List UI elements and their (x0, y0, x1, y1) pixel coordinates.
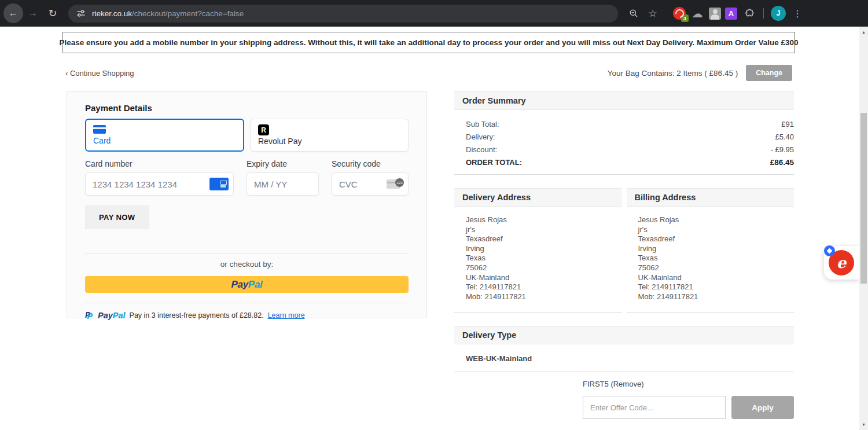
continue-shopping-link[interactable]: ‹ Continue Shopping (65, 69, 134, 78)
address-line: 75062 (638, 263, 795, 273)
cloud-icon: ☁ (692, 7, 703, 20)
forward-button[interactable]: → (23, 3, 43, 23)
cvc-card-icon: 123 (387, 178, 404, 189)
delivery-type-title: Delivery Type (454, 326, 794, 344)
browser-toolbar: ← → ↻ rieker.co.uk/checkout/payment?cach… (0, 0, 868, 27)
reload-button[interactable]: ↻ (43, 3, 62, 23)
kebab-menu-icon: ⋮ (793, 8, 802, 19)
or-checkout-text: or checkout by: (85, 260, 409, 269)
shipping-notice-banner: Please ensure you add a mobile number in… (62, 32, 795, 53)
order-summary-body: Sub Total: £91 Delivery: £5.40 Discount:… (454, 110, 794, 175)
bag-summary-text: Your Bag Contains: 2 Items ( £86.45 ) (608, 69, 738, 78)
profile-avatar[interactable]: J (771, 6, 786, 21)
address-line: Tel: 2149117821 (466, 282, 622, 292)
cloud-extension-icon[interactable]: ☁ (690, 6, 705, 21)
bookmark-button[interactable]: ☆ (645, 6, 660, 21)
scroll-up-button[interactable]: ▲ (859, 28, 868, 36)
pay-in-3-text: Pay in 3 interest-free payments of £28.8… (130, 311, 264, 319)
apply-offer-button[interactable]: Apply (731, 396, 794, 419)
billing-address-title: Billing Address (627, 188, 795, 207)
address-line: Jesus Rojas (466, 215, 622, 225)
address-line: Tel: 2149117821 (638, 282, 795, 292)
card-number-label: Card number (85, 159, 234, 168)
page-scrollbar[interactable]: ▲ ▼ (859, 27, 868, 430)
address-line: Mob: 2149117821 (466, 292, 622, 302)
a-extension-letter: A (729, 9, 734, 18)
url-text: rieker.co.uk/checkout/payment?cache=fals… (92, 9, 244, 18)
order-summary-section: Order Summary Sub Total: £91 Delivery: £… (454, 91, 794, 175)
order-summary-column: Order Summary Sub Total: £91 Delivery: £… (454, 91, 794, 419)
paypal-wordmark: PayPal (98, 311, 126, 320)
coupon-assistant-widget[interactable]: e (824, 246, 859, 280)
address-bar[interactable]: rieker.co.uk/checkout/payment?cache=fals… (68, 5, 618, 23)
a-extension-icon[interactable]: A (725, 8, 737, 20)
coupon-tag-badge-icon (824, 245, 835, 256)
security-code-label: Security code (332, 159, 409, 168)
summary-label: Discount: (454, 145, 497, 154)
address-line: UK-Mainland (638, 273, 795, 283)
summary-value: £86.45 (770, 158, 794, 167)
security-code-field: Security code 123 (332, 159, 409, 196)
address-line: Irving (638, 244, 795, 254)
avatar-letter: J (777, 9, 781, 17)
summary-row-discount: Discount: - £9.95 (454, 143, 794, 156)
address-line: UK-Mainland (466, 273, 622, 283)
cvc-digits: 123 (395, 178, 404, 187)
payment-method-revolut-tab[interactable]: R Revolut Pay (251, 119, 409, 152)
pay-now-button[interactable]: PAY NOW (85, 205, 149, 229)
reload-icon: ↻ (48, 7, 57, 20)
scroll-down-button[interactable]: ▼ (859, 420, 868, 429)
adblock-extension-icon[interactable]: 3 (673, 7, 686, 20)
scroll-down-icon: ▼ (862, 422, 866, 427)
profile-extension-icon[interactable] (709, 8, 721, 20)
paypal-monogram-icon: PP (85, 310, 94, 320)
address-line: Texasdreef (638, 234, 795, 244)
zoom-out-icon (629, 9, 638, 18)
delivery-address-lines: Jesus Rojas jr's Texasdreef Irving Texas… (454, 207, 622, 313)
bag-summary-row: Your Bag Contains: 2 Items ( £86.45 ) Ch… (608, 65, 792, 81)
back-button[interactable]: ← (3, 3, 23, 23)
scrollbar-thumb[interactable] (860, 113, 867, 284)
url-path: /checkout/payment?cache=false (132, 9, 244, 18)
chrome-menu-button[interactable]: ⋮ (790, 6, 805, 21)
address-line: Texasdreef (466, 234, 622, 244)
summary-value: £5.40 (775, 133, 794, 141)
address-line: jr's (466, 225, 622, 235)
expiry-input[interactable] (247, 172, 319, 196)
extension-badge: 3 (681, 14, 689, 22)
applied-offer-text[interactable]: FIRST5 (Remove) (583, 380, 794, 388)
card-number-field: Card number (85, 159, 234, 196)
delivery-type-section: Delivery Type WEB-UK-Mainland (454, 326, 794, 372)
checkout-subheader: ‹ Continue Shopping Your Bag Contains: 2… (65, 64, 792, 82)
learn-more-link[interactable]: Learn more (268, 311, 305, 319)
back-icon: ← (9, 8, 19, 19)
credit-card-icon (93, 125, 106, 134)
summary-label: Sub Total: (454, 120, 499, 128)
address-line: Mob: 2149117821 (638, 292, 795, 302)
scroll-up-icon: ▲ (862, 30, 866, 34)
offer-code-input[interactable] (583, 396, 726, 419)
address-line: Texas (466, 253, 622, 263)
addresses-section: Delivery Address Jesus Rojas jr's Texasd… (454, 188, 794, 313)
paypal-pay-in-3-row: PP PayPal Pay in 3 interest-free payment… (85, 310, 409, 320)
delivery-address-block: Delivery Address Jesus Rojas jr's Texasd… (454, 188, 622, 313)
zoom-out-button[interactable] (626, 6, 641, 21)
url-domain: rieker.co.uk (92, 9, 132, 18)
expiry-field: Expiry date (247, 159, 319, 196)
toolbar-separator (763, 8, 764, 19)
panel-divider-2 (85, 303, 409, 303)
payment-details-panel: Payment Details Card R Revolut Pay Card … (67, 91, 427, 318)
expiry-label: Expiry date (247, 159, 319, 168)
change-bag-button[interactable]: Change (746, 65, 792, 81)
offer-code-section: FIRST5 (Remove) Apply (583, 380, 794, 419)
forward-icon: → (28, 8, 38, 19)
site-settings-icon[interactable] (76, 9, 86, 18)
extensions-button[interactable] (741, 6, 756, 21)
billing-address-lines: Jesus Rojas jr's Texasdreef Irving Texas… (627, 207, 795, 313)
shipping-notice-text: Please ensure you add a mobile number in… (59, 38, 798, 47)
summary-value: - £9.95 (771, 145, 794, 154)
paypal-checkout-button[interactable]: PayPal (85, 276, 409, 293)
payment-method-card-tab[interactable]: Card (85, 119, 244, 152)
address-line: Texas (638, 253, 795, 263)
summary-value: £91 (781, 120, 794, 128)
